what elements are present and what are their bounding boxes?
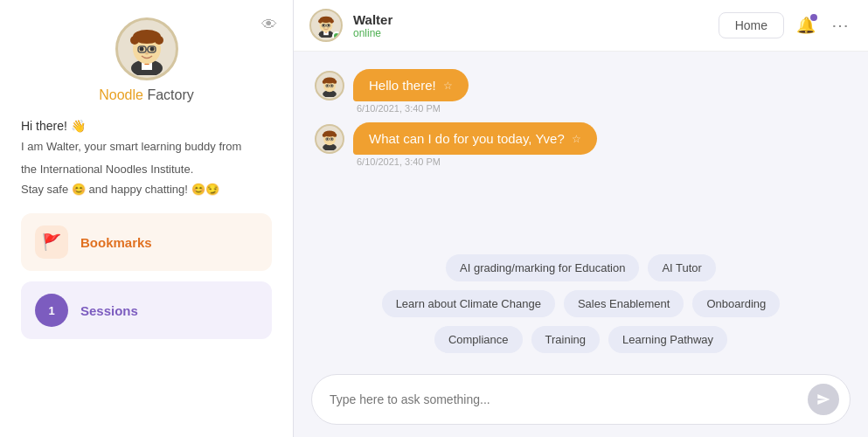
bookmarks-label: Bookmarks [80,235,152,250]
message-avatar-1 [315,71,344,101]
svg-point-38 [333,134,337,137]
svg-point-29 [333,80,337,84]
greeting-text: Hi there! 👋 [21,119,272,133]
chip-sales[interactable]: Sales Enablement [564,290,684,317]
chip-compliance[interactable]: Compliance [434,326,523,353]
chat-input-area [294,365,868,437]
chip-climate[interactable]: Learn about Climate Change [382,290,555,317]
chat-name: Walter [353,12,708,27]
svg-point-30 [326,85,328,87]
bell-badge [810,14,817,21]
desc-line2: the International Noodles Institute. [21,161,272,178]
suggestion-row-2: Learn about Climate Change Sales Enablem… [382,290,781,317]
message-content-2: What can I do for you today, Yve? ☆ 6/10… [353,122,597,167]
chat-messages: Hello there! ☆ 6/10/2021, 3:40 PM [294,52,868,247]
svg-point-8 [149,47,154,52]
chat-header-avatar [309,9,343,42]
svg-point-20 [323,24,324,26]
svg-point-5 [130,36,139,45]
brand-logo: Noodle Factory [21,17,272,103]
home-button[interactable]: Home [719,12,784,38]
svg-point-28 [323,80,326,84]
chip-learning-pathway[interactable]: Learning Pathway [608,326,727,353]
svg-point-19 [330,19,334,24]
chat-input[interactable] [330,392,799,406]
message-row-2: What can I do for you today, Yve? ☆ 6/10… [315,122,847,167]
sessions-card[interactable]: 1 Sessions [21,281,272,339]
chip-onboarding[interactable]: Onboarding [692,290,780,317]
message-content-1: Hello there! ☆ 6/10/2021, 3:40 PM [353,69,469,114]
message-timestamp-2: 6/10/2021, 3:40 PM [353,156,597,167]
sessions-count-badge: 1 [35,294,68,327]
chip-training[interactable]: Training [531,326,600,353]
chip-ai-tutor[interactable]: AI Tutor [648,254,716,281]
brand-noodle: Noodle [99,87,143,102]
suggestion-row-1: AI grading/marking for Education AI Tuto… [446,254,716,281]
chat-input-wrapper [311,374,851,425]
sidebar: 👁 [0,0,293,437]
svg-point-40 [331,138,333,140]
svg-point-37 [323,134,326,137]
suggestion-row-3: Compliance Training Learning Pathway [434,326,727,353]
svg-point-12 [145,52,149,55]
more-button[interactable]: ⋯ [828,11,852,39]
sessions-label: Sessions [80,303,138,318]
online-indicator [332,31,341,40]
chat-header-info: Walter online [353,12,708,39]
chat-header: Walter online Home 🔔 ⋯ [294,0,868,52]
message-bubble-1: Hello there! ☆ [353,69,469,101]
message-avatar-2 [315,124,344,154]
star-icon-1[interactable]: ☆ [443,80,453,92]
brand-title: Noodle Factory [99,87,194,103]
send-button[interactable] [808,384,839,415]
bookmarks-card[interactable]: 🚩 Bookmarks [21,213,272,271]
star-icon-2[interactable]: ☆ [572,133,581,145]
svg-point-31 [331,85,333,87]
chat-panel: Walter online Home 🔔 ⋯ [293,0,868,437]
svg-point-18 [318,19,323,24]
svg-point-7 [139,47,143,52]
walter-avatar [115,17,178,80]
brand-factory: Factory [143,87,194,102]
chip-ai-grading[interactable]: AI grading/marking for Education [446,254,639,281]
message-timestamp-1: 6/10/2021, 3:40 PM [353,103,469,114]
svg-point-21 [328,24,330,26]
desc-line1: I am Walter, your smart learning buddy f… [21,138,272,156]
suggestion-area: AI grading/marking for Education AI Tuto… [294,247,868,365]
chat-status: online [353,27,708,39]
message-text-1: Hello there! [369,78,436,93]
message-text-2: What can I do for you today, Yve? [369,131,565,146]
stay-safe-text: Stay safe 😊 and happy chatting! 😊😏 [21,183,272,196]
svg-point-39 [326,138,328,140]
message-bubble-2: What can I do for you today, Yve? ☆ [353,122,597,155]
bell-button[interactable]: 🔔 [793,12,819,38]
hide-icon[interactable]: 👁 [261,16,277,34]
chat-header-actions: Home 🔔 ⋯ [719,11,852,39]
message-row-1: Hello there! ☆ 6/10/2021, 3:40 PM [315,69,847,114]
svg-point-6 [155,36,163,45]
bookmarks-icon: 🚩 [35,225,68,259]
